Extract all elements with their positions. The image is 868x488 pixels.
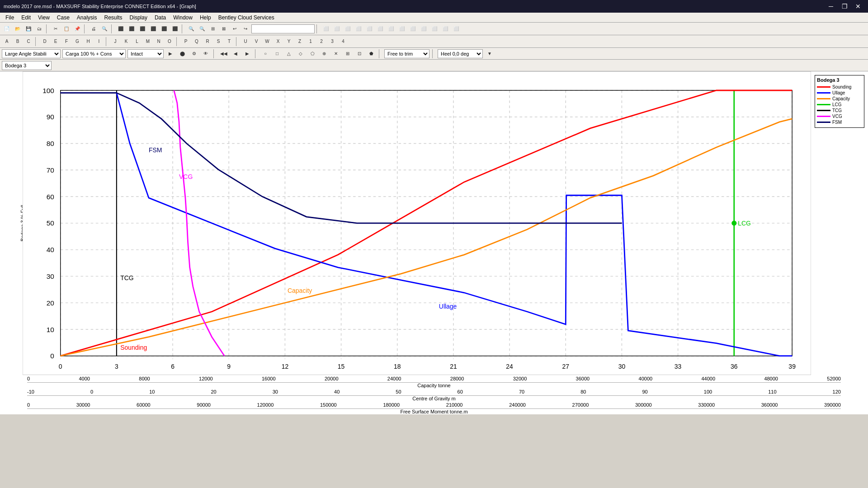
tb-misc5[interactable]: ⬜: [364, 24, 374, 34]
loadcase-dropdown[interactable]: Carga 100 % + Cons: [62, 49, 126, 58]
open-btn[interactable]: 📂: [13, 24, 23, 34]
tb2-btn17[interactable]: Q: [192, 37, 202, 47]
tb-misc7[interactable]: ⬜: [386, 24, 396, 34]
cut-btn[interactable]: ✂: [51, 24, 61, 34]
menu-help[interactable]: Help: [196, 14, 215, 22]
shape-btn7[interactable]: ✕: [331, 49, 341, 59]
redo-btn[interactable]: ↪: [241, 24, 250, 34]
minimize-button[interactable]: ─: [825, 2, 837, 11]
tb-misc1[interactable]: ⬜: [321, 24, 331, 34]
shape-btn4[interactable]: ◇: [296, 49, 306, 59]
shape-btn1[interactable]: ○: [260, 49, 270, 59]
tb2-btn3[interactable]: C: [24, 37, 33, 47]
tb2-btn25[interactable]: Y: [284, 37, 294, 47]
trim-dropdown[interactable]: Free to trim: [384, 49, 429, 58]
tb2-btn27[interactable]: 1: [306, 37, 316, 47]
zoom-out-btn[interactable]: 🔍: [197, 24, 207, 34]
tb-misc12[interactable]: ⬜: [440, 24, 450, 34]
tb-btn-c[interactable]: ⬛: [137, 24, 147, 34]
tb2-btn22[interactable]: V: [251, 37, 261, 47]
menu-bentley[interactable]: Bentley Cloud Services: [215, 14, 278, 22]
analysis-dropdown[interactable]: Large Angle Stabili: [2, 49, 61, 58]
tb-btn-d[interactable]: ⬛: [148, 24, 158, 34]
menu-window[interactable]: Window: [170, 14, 196, 22]
heel-inc-btn[interactable]: ▼: [485, 49, 495, 59]
tb2-btn6[interactable]: F: [61, 37, 71, 47]
tb2-btn2[interactable]: B: [13, 37, 23, 47]
tb2-btn14[interactable]: N: [154, 37, 164, 47]
paste-btn[interactable]: 📌: [72, 24, 82, 34]
shape-btn6[interactable]: ⊕: [319, 49, 329, 59]
nav-btn3[interactable]: ▶: [242, 49, 252, 59]
new-btn[interactable]: 📄: [2, 24, 12, 34]
shape-btn9[interactable]: ⊡: [354, 49, 364, 59]
tb2-btn4[interactable]: D: [40, 37, 50, 47]
tb2-btn24[interactable]: X: [273, 37, 283, 47]
options-btn[interactable]: ⚙: [189, 49, 199, 59]
tb2-btn13[interactable]: M: [143, 37, 153, 47]
tb2-btn30[interactable]: 4: [338, 37, 348, 47]
menu-display[interactable]: Display: [126, 14, 151, 22]
tb-btn-e[interactable]: ⬛: [159, 24, 169, 34]
shape-btn5[interactable]: ⬠: [307, 49, 317, 59]
run-btn[interactable]: ▶: [165, 49, 175, 59]
shape-btn3[interactable]: △: [284, 49, 294, 59]
save-all-btn[interactable]: 🗂: [34, 24, 44, 34]
undo-btn[interactable]: ↩: [230, 24, 240, 34]
heel-dropdown[interactable]: Heel 0,0 deg: [438, 49, 483, 58]
tb2-btn12[interactable]: L: [132, 37, 142, 47]
shape-btn8[interactable]: ⊞: [343, 49, 353, 59]
tb-misc2[interactable]: ⬜: [332, 24, 342, 34]
tb2-btn20[interactable]: T: [224, 37, 234, 47]
zoom-field[interactable]: [251, 24, 315, 33]
tank-dropdown[interactable]: Bodega 3: [2, 61, 52, 70]
condition-dropdown[interactable]: Intact: [127, 49, 164, 58]
zoom-fit-btn[interactable]: ⊠: [219, 24, 229, 34]
menu-case[interactable]: Case: [53, 14, 73, 22]
save-btn[interactable]: 💾: [24, 24, 33, 34]
tb2-btn23[interactable]: W: [262, 37, 272, 47]
copy-btn[interactable]: 📋: [61, 24, 71, 34]
tb2-btn15[interactable]: O: [165, 37, 175, 47]
restore-button[interactable]: ❐: [838, 2, 851, 11]
nav-btn1[interactable]: ◀◀: [219, 49, 229, 59]
tb2-btn29[interactable]: 3: [327, 37, 337, 47]
print-btn[interactable]: 🖨: [89, 24, 99, 34]
tb-misc8[interactable]: ⬜: [397, 24, 407, 34]
menu-view[interactable]: View: [34, 14, 53, 22]
menu-results[interactable]: Results: [101, 14, 126, 22]
tb2-btn19[interactable]: S: [213, 37, 223, 47]
tb2-btn28[interactable]: 2: [316, 37, 326, 47]
tb2-btn10[interactable]: J: [110, 37, 120, 47]
chart-area[interactable]: 0 10 20 30 40 50 60 70 80 90 100 0 3 6 9…: [23, 71, 811, 375]
close-button[interactable]: ✕: [852, 2, 864, 11]
tb2-btn8[interactable]: H: [83, 37, 93, 47]
tb2-btn26[interactable]: Z: [295, 37, 305, 47]
tb-btn-f[interactable]: ⬛: [170, 24, 180, 34]
tb-misc13[interactable]: ⬜: [451, 24, 461, 34]
menu-data[interactable]: Data: [151, 14, 170, 22]
tb-btn-a[interactable]: ⬛: [116, 24, 126, 34]
tb-btn-b[interactable]: ⬛: [127, 24, 137, 34]
tb2-btn1[interactable]: A: [2, 37, 12, 47]
tb2-btn11[interactable]: K: [121, 37, 131, 47]
tb-misc6[interactable]: ⬜: [375, 24, 385, 34]
nav-btn2[interactable]: ◀: [231, 49, 241, 59]
tb-misc4[interactable]: ⬜: [354, 24, 363, 34]
menu-analysis[interactable]: Analysis: [73, 14, 101, 22]
tb-misc11[interactable]: ⬜: [429, 24, 439, 34]
zoom-in-btn[interactable]: 🔍: [186, 24, 196, 34]
tb2-btn21[interactable]: U: [241, 37, 250, 47]
stop-btn[interactable]: ⬤: [177, 49, 187, 59]
tb2-btn7[interactable]: G: [72, 37, 82, 47]
print-prev-btn[interactable]: 🔍: [99, 24, 109, 34]
tb-misc3[interactable]: ⬜: [343, 24, 353, 34]
tb2-btn5[interactable]: E: [51, 37, 61, 47]
tb-misc9[interactable]: ⬜: [408, 24, 418, 34]
menu-file[interactable]: File: [2, 14, 18, 22]
view-btn[interactable]: 👁: [201, 49, 211, 59]
tb2-btn9[interactable]: I: [94, 37, 104, 47]
zoom-reset-btn[interactable]: ⊞: [208, 24, 218, 34]
tb2-btn18[interactable]: R: [203, 37, 212, 47]
tb2-btn16[interactable]: P: [181, 37, 191, 47]
